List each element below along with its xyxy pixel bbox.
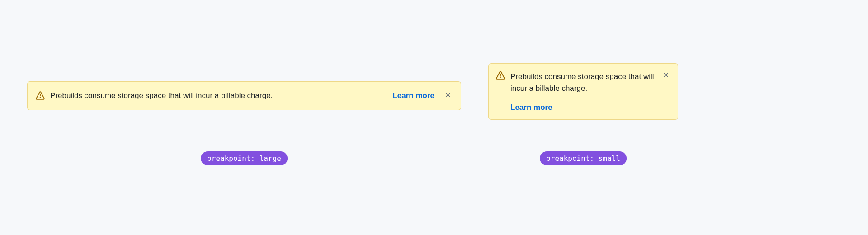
warning-banner-large: Prebuilds consume storage space that wil… xyxy=(27,81,461,110)
column-large: Prebuilds consume storage space that wil… xyxy=(0,0,488,235)
close-button[interactable] xyxy=(661,71,670,80)
column-small: Prebuilds consume storage space that wil… xyxy=(488,0,678,235)
close-icon xyxy=(662,71,670,80)
banner-message: Prebuilds consume storage space that wil… xyxy=(50,90,273,102)
warning-banner-small: Prebuilds consume storage space that wil… xyxy=(488,63,678,120)
alert-triangle-icon xyxy=(496,71,505,80)
breakpoint-label-large: breakpoint: large xyxy=(201,151,288,165)
banner-content: Prebuilds consume storage space that wil… xyxy=(510,71,670,112)
learn-more-link[interactable]: Learn more xyxy=(392,91,434,100)
breakpoint-label-small: breakpoint: small xyxy=(540,151,627,165)
banner-message: Prebuilds consume storage space that wil… xyxy=(510,71,670,94)
learn-more-link[interactable]: Learn more xyxy=(510,103,552,112)
alert-triangle-icon xyxy=(36,91,45,100)
close-button[interactable] xyxy=(443,91,453,100)
close-icon xyxy=(444,91,452,100)
